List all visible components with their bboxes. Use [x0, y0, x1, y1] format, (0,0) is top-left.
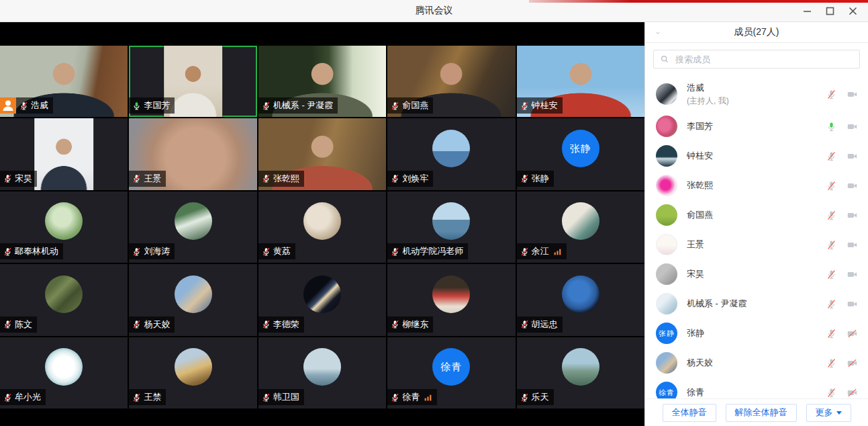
unmute-all-button[interactable]: 解除全体静音 — [726, 404, 797, 422]
video-tile[interactable]: 余江 — [517, 191, 644, 263]
camera-icon[interactable] — [846, 298, 859, 310]
mic-muted-icon — [3, 247, 13, 257]
member-text: 宋昊 — [687, 268, 704, 280]
camera-icon[interactable] — [846, 210, 859, 221]
video-tile[interactable]: 牟小光 — [0, 337, 128, 409]
member-avatar — [656, 352, 677, 374]
video-tile[interactable]: 徐青徐青 — [387, 337, 515, 409]
name-label: 鄢奉林机动 — [0, 243, 63, 259]
tile-footer: 宋昊 — [0, 171, 37, 187]
mic-muted-icon — [261, 319, 271, 329]
mic-muted-icon[interactable] — [826, 357, 837, 369]
mic-muted-icon[interactable] — [826, 387, 837, 398]
more-button[interactable]: 更多 — [806, 404, 851, 422]
network-signal-icon — [424, 393, 432, 402]
participant-avatar — [303, 348, 341, 386]
video-tile[interactable]: 杨天姣 — [129, 264, 256, 335]
member-row[interactable]: 宋昊 — [656, 259, 859, 289]
member-text: 王景 — [687, 239, 704, 251]
video-tile[interactable]: 机械系 - 尹凝霞 — [258, 46, 386, 117]
video-tile[interactable]: 刘焕牢 — [387, 118, 515, 189]
video-tile[interactable]: 浩威 — [0, 46, 128, 117]
video-tile[interactable]: 机动学院冯老师 — [387, 191, 515, 263]
video-tile[interactable]: 乐天 — [517, 337, 644, 409]
member-row[interactable]: 徐青徐青 — [656, 378, 859, 398]
video-tile[interactable]: 柳继东 — [387, 264, 515, 335]
mute-all-button[interactable]: 全体静音 — [663, 404, 716, 422]
close-button[interactable] — [841, 2, 864, 21]
tile-footer: 柳继东 — [387, 316, 433, 333]
member-text: 钟桂安 — [687, 150, 713, 162]
mic-muted-icon[interactable] — [826, 328, 837, 339]
close-icon — [849, 7, 857, 15]
camera-muted-icon[interactable] — [846, 387, 859, 398]
video-tile[interactable]: 王景 — [129, 118, 256, 189]
tile-footer: 张静 — [517, 171, 554, 187]
video-tile[interactable]: 胡远忠 — [517, 264, 644, 335]
mic-muted-icon[interactable] — [826, 180, 837, 191]
member-row[interactable]: 张静张静 — [656, 318, 859, 348]
member-name: 宋昊 — [687, 268, 704, 280]
video-tile[interactable]: 张静张静 — [517, 118, 644, 189]
mic-muted-icon[interactable] — [826, 151, 837, 162]
member-row[interactable]: 机械系 - 尹凝霞 — [656, 289, 859, 318]
name-label: 李德荣 — [258, 316, 304, 333]
maximize-button[interactable] — [818, 2, 841, 21]
search-icon — [660, 54, 669, 64]
mic-muted-icon — [520, 319, 530, 329]
mic-muted-icon — [390, 319, 400, 329]
video-tile[interactable]: 钟桂安 — [517, 46, 644, 117]
participant-avatar: 张静 — [562, 130, 599, 167]
member-row[interactable]: 钟桂安 — [656, 141, 859, 171]
mic-on-icon[interactable] — [826, 121, 837, 132]
mic-muted-icon[interactable] — [826, 298, 837, 310]
video-feed — [34, 118, 93, 189]
member-row[interactable]: 杨天姣 — [656, 348, 859, 378]
video-tile[interactable]: 鄢奉林机动 — [0, 191, 128, 263]
video-tile[interactable]: 韩卫国 — [258, 337, 386, 409]
mic-muted-icon — [261, 247, 271, 257]
member-row[interactable]: 浩威(主持人, 我) — [656, 77, 859, 112]
member-row[interactable]: 王景 — [656, 230, 859, 259]
collapse-panel-button[interactable] — [650, 26, 665, 40]
mic-muted-icon[interactable] — [826, 210, 837, 221]
video-tile[interactable]: 俞国燕 — [387, 46, 515, 117]
participant-avatar — [45, 275, 83, 313]
mic-muted-icon — [390, 173, 400, 183]
member-row[interactable]: 张乾熙 — [656, 171, 859, 200]
name-label: 刘海涛 — [129, 243, 175, 259]
camera-icon[interactable] — [846, 151, 859, 162]
video-tile[interactable]: 李国芳 — [129, 46, 256, 117]
search-box[interactable] — [653, 50, 860, 69]
search-input[interactable] — [674, 54, 853, 65]
name-label: 刘焕牢 — [387, 171, 433, 187]
member-row[interactable]: 俞国燕 — [656, 200, 859, 230]
camera-muted-icon[interactable] — [846, 328, 859, 339]
mic-muted-icon — [132, 392, 142, 402]
tile-footer: 李国芳 — [129, 97, 175, 114]
mic-muted-icon[interactable] — [826, 239, 837, 251]
camera-icon[interactable] — [846, 180, 859, 191]
video-tile[interactable]: 张乾熙 — [258, 118, 386, 189]
participant-name: 王景 — [144, 173, 161, 185]
video-tile[interactable]: 陈文 — [0, 264, 128, 335]
member-avatar: 徐青 — [656, 382, 677, 398]
camera-icon[interactable] — [846, 121, 859, 132]
video-tile[interactable]: 黄荔 — [258, 191, 386, 263]
member-controls — [826, 121, 859, 132]
mic-muted-icon[interactable] — [826, 89, 837, 100]
mic-muted-icon[interactable] — [826, 269, 837, 280]
camera-icon[interactable] — [846, 89, 859, 100]
member-controls — [826, 89, 859, 100]
video-tile[interactable]: 李德荣 — [258, 264, 386, 335]
participant-name: 杨天姣 — [144, 318, 170, 331]
camera-icon[interactable] — [846, 239, 859, 251]
video-tile[interactable]: 王禁 — [129, 337, 256, 409]
camera-icon[interactable] — [846, 269, 859, 280]
minimize-button[interactable] — [795, 2, 818, 21]
camera-muted-icon[interactable] — [846, 357, 859, 369]
video-tile[interactable]: 宋昊 — [0, 118, 128, 189]
video-tile[interactable]: 刘海涛 — [129, 191, 256, 263]
tile-footer: 机动学院冯老师 — [387, 243, 468, 259]
member-row[interactable]: 李国芳 — [656, 112, 859, 141]
